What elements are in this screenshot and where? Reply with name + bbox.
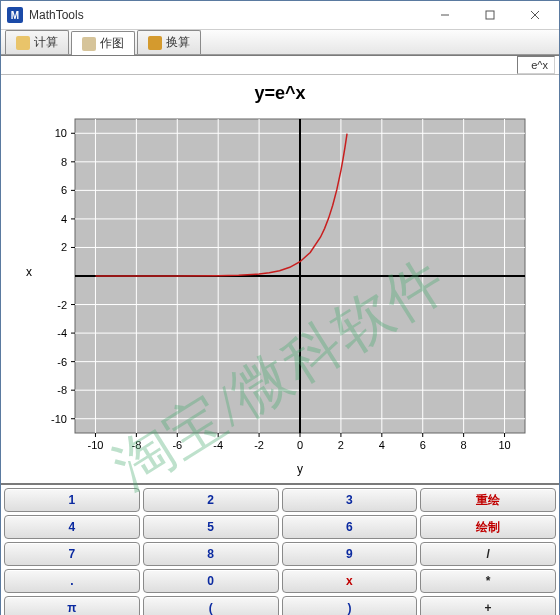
key-0[interactable]: 1 (4, 488, 140, 512)
svg-text:-2: -2 (57, 299, 67, 311)
svg-text:10: 10 (55, 127, 67, 139)
key-16[interactable]: π (4, 596, 140, 615)
plot-area: y=e^x-10-8-6-4-20246810-10-8-6-4-2246810… (1, 75, 559, 485)
key-13[interactable]: 0 (143, 569, 279, 593)
tab-label: 计算 (34, 34, 58, 51)
key-8[interactable]: 7 (4, 542, 140, 566)
key-5[interactable]: 5 (143, 515, 279, 539)
close-button[interactable] (512, 1, 557, 29)
app-icon: M (7, 7, 23, 23)
tab-bar: 计算作图换算 (1, 29, 559, 55)
svg-text:-8: -8 (57, 384, 67, 396)
key-6[interactable]: 6 (282, 515, 418, 539)
tab-icon (16, 36, 30, 50)
key-14[interactable]: x (282, 569, 418, 593)
key-4[interactable]: 4 (4, 515, 140, 539)
title-bar: M MathTools (1, 1, 559, 29)
window-controls (422, 1, 557, 29)
key-12[interactable]: . (4, 569, 140, 593)
tab-label: 作图 (100, 35, 124, 52)
formula-bar: e^x (1, 56, 559, 75)
svg-text:-2: -2 (254, 439, 264, 451)
tab-icon (148, 36, 162, 50)
key-17[interactable]: ( (143, 596, 279, 615)
svg-text:-4: -4 (213, 439, 223, 451)
svg-text:y=e^x: y=e^x (254, 83, 305, 103)
minimize-button[interactable] (422, 1, 467, 29)
svg-text:-10: -10 (51, 413, 67, 425)
key-10[interactable]: 9 (282, 542, 418, 566)
svg-text:6: 6 (61, 184, 67, 196)
svg-text:0: 0 (297, 439, 303, 451)
tab-1[interactable]: 作图 (71, 31, 135, 55)
tab-2[interactable]: 换算 (137, 30, 201, 54)
svg-text:2: 2 (338, 439, 344, 451)
tab-label: 换算 (166, 34, 190, 51)
svg-text:4: 4 (61, 213, 67, 225)
key-15[interactable]: * (420, 569, 556, 593)
app-title: MathTools (29, 8, 422, 22)
svg-text:4: 4 (379, 439, 385, 451)
key-1[interactable]: 2 (143, 488, 279, 512)
svg-text:-8: -8 (131, 439, 141, 451)
svg-text:8: 8 (61, 156, 67, 168)
key-3[interactable]: 重绘 (420, 488, 556, 512)
svg-text:-4: -4 (57, 327, 67, 339)
key-9[interactable]: 8 (143, 542, 279, 566)
key-2[interactable]: 3 (282, 488, 418, 512)
svg-text:10: 10 (498, 439, 510, 451)
svg-text:-10: -10 (88, 439, 104, 451)
tab-0[interactable]: 计算 (5, 30, 69, 54)
svg-text:y: y (297, 462, 303, 476)
svg-text:2: 2 (61, 241, 67, 253)
content-area: e^x y=e^x-10-8-6-4-20246810-10-8-6-4-224… (1, 55, 559, 615)
tab-icon (82, 37, 96, 51)
svg-text:8: 8 (461, 439, 467, 451)
app-window: M MathTools 计算作图换算 e^x y=e^x-10-8-6-4-20… (0, 0, 560, 615)
chart[interactable]: y=e^x-10-8-6-4-20246810-10-8-6-4-2246810… (15, 79, 545, 479)
svg-text:-6: -6 (172, 439, 182, 451)
keypad: 123重绘456绘制789/.0x*π()+elog(^-sin(cos(tan… (1, 485, 559, 615)
key-19[interactable]: + (420, 596, 556, 615)
svg-text:6: 6 (420, 439, 426, 451)
formula-input[interactable]: e^x (517, 56, 555, 74)
svg-text:-6: -6 (57, 356, 67, 368)
svg-text:x: x (26, 265, 32, 279)
key-18[interactable]: ) (282, 596, 418, 615)
maximize-button[interactable] (467, 1, 512, 29)
key-11[interactable]: / (420, 542, 556, 566)
key-7[interactable]: 绘制 (420, 515, 556, 539)
svg-rect-1 (486, 11, 494, 19)
